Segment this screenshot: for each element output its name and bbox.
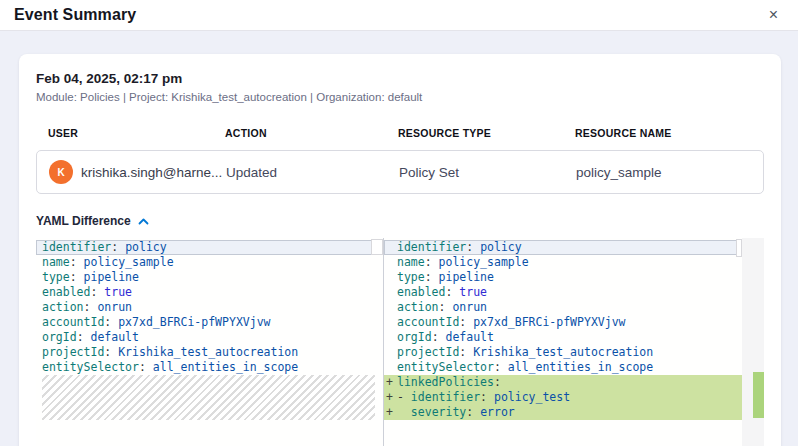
yaml-line: accountId: px7xd_BFRCi-pfWPYXVjvw bbox=[384, 315, 742, 330]
resource-type-value: Policy Set bbox=[399, 165, 576, 180]
yaml-difference-toggle[interactable]: YAML Difference bbox=[36, 214, 149, 228]
table-row: K krishika.singh@harne... Updated Policy… bbox=[36, 150, 764, 194]
yaml-line: projectId: Krishika_test_autocreation bbox=[384, 345, 742, 360]
yaml-line: entitySelector: all_entities_in_scope bbox=[36, 360, 383, 375]
yaml-line: orgId: default bbox=[36, 330, 383, 345]
yaml-line: name: policy_sample bbox=[36, 255, 383, 270]
yaml-line: + severity: error bbox=[384, 405, 742, 420]
event-timestamp: Feb 04, 2025, 02:17 pm bbox=[36, 71, 764, 86]
scrollbar-slider[interactable] bbox=[371, 239, 383, 255]
yaml-line: projectId: Krishika_test_autocreation bbox=[36, 345, 383, 360]
yaml-line: entitySelector: all_entities_in_scope bbox=[384, 360, 742, 375]
column-header-resource-type: RESOURCE TYPE bbox=[398, 127, 575, 139]
table-header: USER ACTION RESOURCE TYPE RESOURCE NAME bbox=[36, 127, 764, 139]
yaml-line: action: onrun bbox=[384, 300, 742, 315]
avatar: K bbox=[49, 160, 73, 184]
modal-title: Event Summary bbox=[14, 6, 136, 24]
yaml-line: accountId: px7xd_BFRCi-pfWPYXVjvw bbox=[36, 315, 383, 330]
user-cell: K krishika.singh@harne... bbox=[49, 160, 226, 184]
yaml-line: enabled: true bbox=[36, 285, 383, 300]
diff-empty-region bbox=[42, 375, 375, 420]
yaml-line: identifier: policy bbox=[384, 240, 742, 255]
overview-ruler[interactable] bbox=[742, 238, 764, 446]
modal-body: Feb 04, 2025, 02:17 pm Module: Policies … bbox=[0, 31, 798, 446]
yaml-line: +linkedPolicies: bbox=[384, 375, 742, 390]
yaml-line: enabled: true bbox=[384, 285, 742, 300]
yaml-difference-label: YAML Difference bbox=[36, 214, 131, 228]
column-header-resource-name: RESOURCE NAME bbox=[575, 127, 764, 139]
close-icon[interactable]: × bbox=[765, 5, 782, 25]
column-header-user: USER bbox=[48, 127, 225, 139]
event-meta: Module: Policies | Project: Krishika_tes… bbox=[36, 91, 764, 103]
yaml-line: identifier: policy bbox=[36, 240, 383, 255]
yaml-line: type: pipeline bbox=[384, 270, 742, 285]
column-header-action: ACTION bbox=[225, 127, 398, 139]
chevron-up-icon bbox=[138, 218, 149, 225]
yaml-line: orgId: default bbox=[384, 330, 742, 345]
yaml-line: +- identifier: policy_test bbox=[384, 390, 742, 405]
yaml-diff-editor: identifier: policyname: policy_sampletyp… bbox=[36, 238, 764, 446]
diff-pane-modified[interactable]: identifier: policyname: policy_sampletyp… bbox=[384, 238, 764, 446]
diff-added-marker bbox=[753, 372, 764, 418]
scrollbar-slider[interactable] bbox=[736, 239, 742, 257]
resource-name-value: policy_sample bbox=[576, 165, 763, 180]
modal-header: Event Summary × bbox=[0, 0, 798, 31]
diff-pane-original[interactable]: identifier: policyname: policy_sampletyp… bbox=[36, 238, 383, 446]
action-value: Updated bbox=[226, 165, 399, 180]
yaml-line: type: pipeline bbox=[36, 270, 383, 285]
yaml-line: name: policy_sample bbox=[384, 255, 742, 270]
event-card: Feb 04, 2025, 02:17 pm Module: Policies … bbox=[19, 54, 781, 446]
user-email: krishika.singh@harne... bbox=[81, 165, 222, 180]
yaml-line: action: onrun bbox=[36, 300, 383, 315]
